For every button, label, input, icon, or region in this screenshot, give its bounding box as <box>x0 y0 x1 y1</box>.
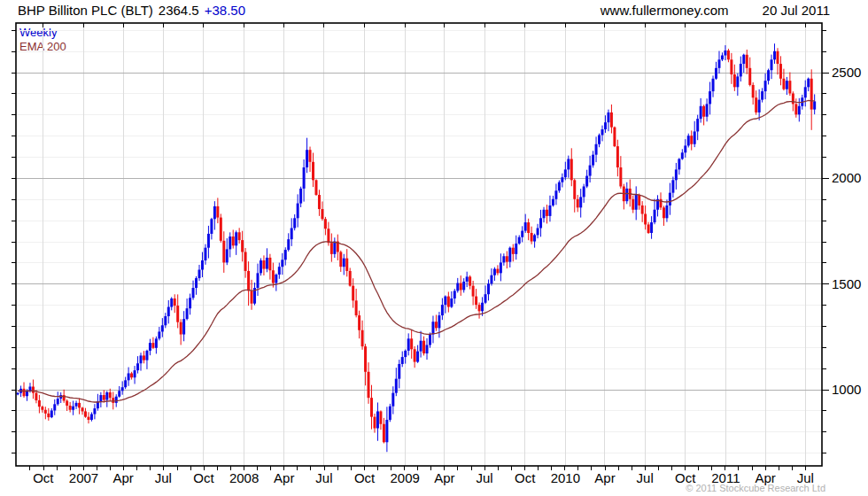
axis-labels: 1000150020002500Oct2007AprJulOct2008AprJ… <box>33 65 861 485</box>
x-axis-label: Oct <box>193 470 214 485</box>
x-axis-label: Oct <box>33 470 54 485</box>
x-axis-label: Jul <box>476 470 492 485</box>
axis-ticks <box>12 23 829 470</box>
plot-frame <box>16 23 822 466</box>
y-axis-label: 1000 <box>832 382 861 397</box>
x-axis-label: Oct <box>515 470 536 485</box>
grid-vertical <box>43 23 805 466</box>
x-axis-label: Jul <box>155 470 172 485</box>
ema-line <box>18 100 815 402</box>
chart-window: BHP Billiton PLC (BLT)2364.5+38.50 www.f… <box>0 0 868 496</box>
candles <box>17 43 817 452</box>
x-axis-label: 2008 <box>229 470 259 485</box>
x-axis-label: Apr <box>113 470 134 485</box>
x-axis-label: Oct <box>354 470 376 485</box>
x-axis-label: Apr <box>274 470 294 485</box>
candlestick-chart: 1000150020002500Oct2007AprJulOct2008AprJ… <box>0 0 868 496</box>
y-axis-label: 1500 <box>832 276 861 291</box>
x-axis-label: 2009 <box>391 470 420 485</box>
x-axis-label: Apr <box>594 470 615 485</box>
x-axis-label: Apr <box>434 470 454 485</box>
y-axis-label: 2000 <box>832 170 861 185</box>
x-axis-label: Jul <box>315 470 332 485</box>
x-axis-label: Jul <box>637 470 654 485</box>
copyright-notice: © 2011 Stockcube Research Ltd <box>686 483 825 493</box>
y-axis-label: 2500 <box>832 65 861 80</box>
x-axis-label: 2010 <box>551 470 580 485</box>
x-axis-label: 2007 <box>69 470 98 485</box>
